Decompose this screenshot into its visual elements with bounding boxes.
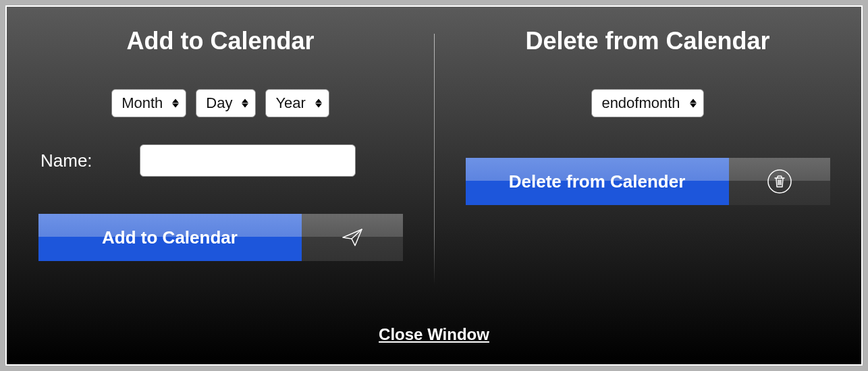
delete-button-label: Delete from Calender [466, 158, 729, 205]
delete-select-row: endofmonth [591, 89, 703, 117]
name-input[interactable] [140, 144, 356, 177]
year-select-label: Year [275, 94, 305, 111]
add-date-selects: Month Day Year [111, 89, 329, 117]
panels-container: Add to Calendar Month Day Year Name: [7, 7, 861, 325]
select-arrows-icon [315, 99, 322, 108]
delete-title: Delete from Calendar [525, 27, 769, 55]
delete-item-select[interactable]: endofmonth [591, 89, 703, 117]
panel-divider [434, 34, 435, 285]
calendar-modal: Add to Calendar Month Day Year Name: [5, 5, 863, 366]
add-title: Add to Calendar [126, 27, 314, 55]
month-select[interactable]: Month [111, 89, 186, 117]
day-select-label: Day [206, 94, 232, 111]
delete-from-calendar-button[interactable]: Delete from Calender [466, 158, 830, 205]
select-arrows-icon [242, 99, 248, 108]
add-button-label: Add to Calendar [38, 214, 302, 261]
year-select[interactable]: Year [265, 89, 329, 117]
day-select[interactable]: Day [196, 89, 256, 117]
month-select-label: Month [121, 94, 163, 111]
name-row: Name: [20, 144, 421, 177]
add-to-calendar-button[interactable]: Add to Calendar [38, 214, 403, 261]
send-icon [302, 214, 403, 261]
name-label: Name: [40, 150, 92, 171]
close-window-link[interactable]: Close Window [379, 325, 489, 343]
select-arrows-icon [172, 99, 179, 108]
select-arrows-icon [690, 99, 697, 108]
delete-select-value: endofmonth [601, 94, 680, 111]
trash-icon [729, 158, 830, 205]
add-panel: Add to Calendar Month Day Year Name: [7, 7, 434, 325]
delete-panel: Delete from Calendar endofmonth Delete f… [434, 7, 861, 325]
close-row: Close Window [7, 325, 861, 364]
